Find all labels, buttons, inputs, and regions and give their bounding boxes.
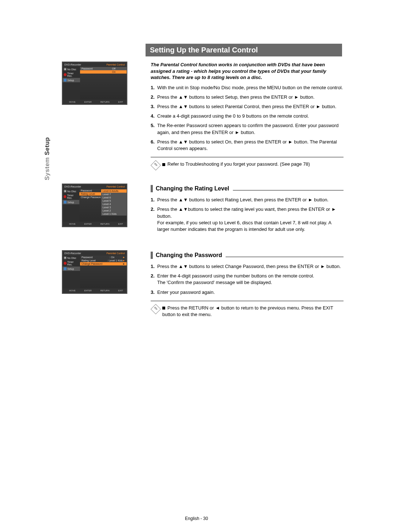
step-2: Press the ▲▼ buttons to select Setup, th… [151, 94, 344, 101]
level-8: Level 8 Adults [103, 190, 119, 192]
level-7: Level 7 [103, 193, 111, 196]
osd-subtitle: Parental Control [106, 63, 125, 66]
nav-setup: Setup [67, 201, 74, 204]
nav-setup: Setup [67, 268, 74, 270]
subhead-rule [233, 187, 344, 190]
osd-title: DVD-Recorder [64, 185, 81, 188]
osd-label-password: Password [82, 67, 111, 70]
osd-footer-move: MOVE [66, 289, 76, 292]
osd-footer-enter: ENTER [82, 223, 92, 225]
osd-subtitle: Parental Control [106, 252, 125, 255]
osd-label-rating: Rating Level [82, 259, 106, 262]
osd-screenshot-2: DVD-RecorderParental Control No Disc Tim… [62, 184, 127, 227]
nav-setup: Setup [67, 79, 74, 82]
pw-step-2: Enter the 4-digit password using the num… [151, 273, 344, 286]
osd-footer-exit: EXIT [115, 223, 123, 225]
osd-footer-exit: EXIT [115, 101, 123, 103]
page-title: Setting Up the Parental Control [146, 44, 342, 56]
subhead-accent [151, 185, 153, 192]
timer-icon [64, 73, 67, 76]
timer-icon [64, 195, 66, 198]
note-text-1: Refer to Troubleshooting if you forget y… [162, 161, 310, 169]
osd-footer-return: RETURN [98, 101, 110, 103]
nav-nodisc: No Disc [67, 68, 76, 71]
rating-step-2: Press the ▲▼buttons to select the rating… [151, 206, 344, 233]
osd-val-l1k: : Level 1 Kids [106, 259, 123, 262]
step-3: Press the ▲▼ buttons to select Parental … [151, 103, 344, 110]
osd-label-changepw: Change Password [82, 263, 108, 265]
osd-footer-return: RETURN [98, 289, 110, 292]
pw-step-1: Press the ▲▼ buttons to select Change Pa… [151, 263, 344, 270]
disc-icon [64, 190, 67, 193]
note-icon [151, 160, 161, 170]
note-icon [151, 304, 161, 314]
level-3: Level 3 [103, 206, 111, 209]
osd-val-off: Off [111, 67, 125, 70]
password-steps: Press the ▲▼ buttons to select Change Pa… [151, 263, 344, 296]
nav-nodisc: No Disc [67, 190, 76, 193]
disc-icon [64, 256, 67, 259]
osd-val-on: : On [108, 256, 123, 259]
gear-icon [64, 79, 67, 82]
timer-icon [64, 262, 67, 265]
gear-icon [64, 201, 67, 204]
osd-val-on: On [111, 71, 125, 73]
rating-step-1: Press the ▲▼ buttons to select Rating Le… [151, 197, 344, 203]
level-6: Level 6 [103, 196, 111, 199]
page-footer: English - 30 [0, 516, 393, 521]
level-5: Level 5 [103, 200, 111, 202]
main-steps: With the unit in Stop mode/No Disc mode,… [151, 84, 344, 152]
osd-label-password: Password [82, 256, 108, 259]
nav-timer: Timer Rec. [67, 72, 79, 77]
rating-steps: Press the ▲▼ buttons to select Rating Le… [151, 197, 344, 233]
pw-step-3: Enter your password again. [151, 289, 344, 296]
osd-title: DVD-Recorder [64, 252, 81, 255]
level-4: Level 4 [103, 203, 111, 205]
osd-screenshot-1: DVD-RecorderParental Control No Disc Tim… [62, 62, 127, 105]
level-2: Level 2 [103, 209, 111, 212]
step-6: Press the ▲▼ buttons to select On, then … [151, 139, 344, 152]
subhead-password: Changing the Password [156, 252, 222, 259]
nav-nodisc: No Disc [67, 257, 76, 259]
osd-screenshot-3: DVD-RecorderParental Control No Disc Tim… [62, 250, 127, 293]
step-1: With the unit in Stop mode/No Disc mode,… [151, 84, 344, 91]
osd-subtitle: Parental Control [106, 185, 125, 188]
step-5: The Re-enter Password screen appears to … [151, 122, 344, 135]
osd-footer-move: MOVE [66, 101, 76, 103]
subhead-accent [151, 252, 153, 259]
note-text-2: Press the RETURN or ◄ button to return t… [162, 305, 344, 318]
intro-text: The Parental Control function works in c… [151, 62, 344, 81]
subhead-rating: Changing the Rating Level [156, 185, 229, 192]
subhead-rule [226, 253, 344, 257]
osd-title: DVD-Recorder [64, 63, 81, 66]
nav-timer: Timer Rec. [67, 194, 78, 199]
level-1: Level 1 Kids [103, 213, 116, 215]
osd-footer-enter: ENTER [82, 101, 92, 103]
osd-footer-exit: EXIT [115, 289, 123, 292]
gear-icon [64, 267, 67, 270]
nav-timer: Timer Rec. [67, 261, 79, 266]
osd-footer-enter: ENTER [82, 289, 92, 292]
osd-footer-move: MOVE [66, 223, 76, 225]
step-4: Create a 4-digit password using the 0 to… [151, 113, 344, 119]
osd-footer-return: RETURN [98, 223, 110, 225]
disc-icon [64, 68, 67, 71]
